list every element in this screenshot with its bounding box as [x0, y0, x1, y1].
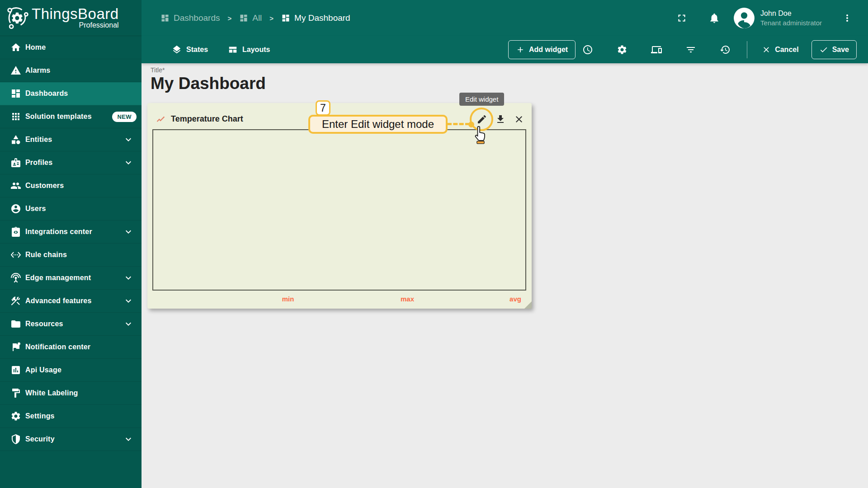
sidebar-item-rule-chains[interactable]: Rule chains: [0, 244, 142, 267]
sidebar-item-entities[interactable]: Entities: [0, 128, 142, 151]
dashboards-icon: [10, 88, 21, 99]
sidebar-item-api-usage[interactable]: Api Usage: [0, 359, 142, 382]
history-icon: [720, 44, 731, 55]
chevron-down-icon: [123, 157, 134, 168]
dashboard-title-input[interactable]: My Dashboard: [151, 74, 266, 93]
chevron-down-icon: [123, 296, 134, 306]
rule-chains-icon: [10, 249, 21, 260]
sidebar-item-white-labeling[interactable]: White Labeling: [0, 382, 142, 405]
line-chart-icon: [155, 114, 166, 124]
sidebar: ThingsBoard Professional HomeAlarmsDashb…: [0, 0, 142, 488]
widget-title: Temperature Chart: [171, 114, 243, 124]
chevron-down-icon: [123, 434, 134, 445]
dashboard-title-label: Title*: [151, 66, 165, 74]
sidebar-item-label: Api Usage: [25, 366, 61, 374]
more-menu-button[interactable]: [842, 13, 853, 23]
avatar[interactable]: [733, 7, 755, 29]
sidebar-item-alarms[interactable]: Alarms: [0, 59, 142, 82]
sidebar-item-notification-center[interactable]: Notification center: [0, 336, 142, 359]
sidebar-item-integrations-center[interactable]: Integrations center: [0, 221, 142, 244]
breadcrumb-item-my-dashboard[interactable]: My Dashboard: [281, 13, 350, 23]
sidebar-item-label: Settings: [25, 412, 55, 420]
chart-box-icon: [10, 365, 21, 375]
notifications-button[interactable]: [708, 12, 720, 24]
sidebar-item-label: Integrations center: [25, 228, 92, 236]
folder-icon: [10, 319, 21, 329]
sidebar-item-home[interactable]: Home: [0, 36, 142, 59]
layouts-label: Layouts: [242, 46, 270, 54]
sidebar-item-label: Notification center: [25, 343, 90, 351]
bell-icon: [708, 12, 720, 24]
thingsboard-app: ThingsBoard Professional HomeAlarmsDashb…: [0, 0, 868, 488]
sidebar-item-solution-templates[interactable]: Solution templatesNEW: [0, 105, 142, 128]
sidebar-item-label: Entities: [25, 136, 52, 144]
breadcrumb-label: My Dashboard: [294, 13, 350, 23]
sidebar-item-security[interactable]: Security: [0, 428, 142, 451]
save-button[interactable]: Save: [811, 40, 857, 59]
resize-grip[interactable]: [524, 301, 532, 309]
sidebar-item-label: Edge management: [25, 274, 91, 282]
sidebar-item-resources[interactable]: Resources: [0, 313, 142, 336]
sidebar-item-label: Customers: [25, 182, 64, 190]
time-window-button[interactable]: [582, 44, 593, 55]
cancel-label: Cancel: [775, 46, 798, 54]
sidebar-item-label: Profiles: [25, 159, 52, 167]
sidebar-item-customers[interactable]: Customers: [0, 174, 142, 197]
sidebar-item-label: Alarms: [25, 66, 50, 75]
user-name: John Doe: [760, 9, 822, 19]
toolbar-icon-buttons: [576, 44, 742, 55]
cancel-button[interactable]: Cancel: [758, 45, 802, 54]
sidebar-item-users[interactable]: Users: [0, 197, 142, 221]
sidebar-item-settings[interactable]: Settings: [0, 405, 142, 428]
export-widget-button[interactable]: [495, 114, 506, 125]
dashboards-icon: [239, 14, 248, 23]
entity-filter-button[interactable]: [685, 44, 696, 55]
sidebar-item-edge-management[interactable]: Edge management: [0, 267, 142, 290]
edit-widget-tooltip: Edit widget: [459, 93, 504, 106]
sidebar-item-dashboards[interactable]: Dashboards: [0, 82, 142, 105]
manage-layouts-button[interactable]: [651, 44, 662, 55]
new-badge: NEW: [112, 112, 137, 122]
toolbar-divider: [747, 41, 747, 58]
add-widget-button[interactable]: Add widget: [508, 40, 576, 59]
apps-icon: [10, 111, 21, 122]
profiles-icon: [10, 157, 21, 168]
check-icon: [819, 45, 828, 54]
sidebar-item-label: Home: [25, 43, 46, 52]
shield-icon: [10, 434, 21, 445]
sidebar-item-label: Rule chains: [25, 251, 67, 259]
remove-widget-button[interactable]: [514, 114, 524, 125]
logo[interactable]: ThingsBoard Professional: [0, 0, 142, 36]
clock-icon: [582, 44, 593, 55]
dashboard-toolbar: States Layouts Add widget Cancel Save: [142, 36, 868, 63]
integrations-icon: [10, 226, 21, 237]
thingsboard-logo-icon: [5, 5, 30, 31]
version-history-button[interactable]: [720, 44, 731, 55]
sidebar-item-profiles[interactable]: Profiles: [0, 151, 142, 174]
breadcrumb-item-all[interactable]: All: [239, 13, 262, 23]
breadcrumb-label: Dashboards: [174, 13, 220, 23]
dashboard-settings-button[interactable]: [617, 44, 627, 55]
chevron-down-icon: [123, 319, 134, 329]
sidebar-menu: HomeAlarmsDashboardsSolution templatesNE…: [0, 36, 142, 451]
more-vert-icon: [842, 13, 853, 23]
user-role: Tenant administrator: [760, 19, 822, 28]
entities-icon: [10, 134, 21, 145]
annotation-step-number: 7: [316, 100, 330, 116]
add-widget-label: Add widget: [529, 46, 568, 54]
annotation-dashed-line: [447, 123, 470, 125]
hand-cursor-icon: [473, 125, 488, 146]
download-icon: [495, 114, 506, 125]
fullscreen-button[interactable]: [676, 12, 688, 24]
plus-icon: [516, 45, 525, 54]
toolbar-right: Add widget Cancel Save: [508, 40, 868, 59]
user-info[interactable]: John Doe Tenant administrator: [760, 9, 822, 27]
chevron-down-icon: [123, 226, 134, 237]
breadcrumb-item-dashboards[interactable]: Dashboards: [160, 13, 220, 23]
app-edition: Professional: [79, 21, 119, 29]
chevron-down-icon: [123, 272, 134, 283]
sidebar-item-advanced-features[interactable]: Advanced features: [0, 290, 142, 313]
layouts-tab[interactable]: Layouts: [228, 45, 270, 55]
states-tab[interactable]: States: [172, 45, 208, 55]
dashboards-icon: [160, 14, 170, 23]
